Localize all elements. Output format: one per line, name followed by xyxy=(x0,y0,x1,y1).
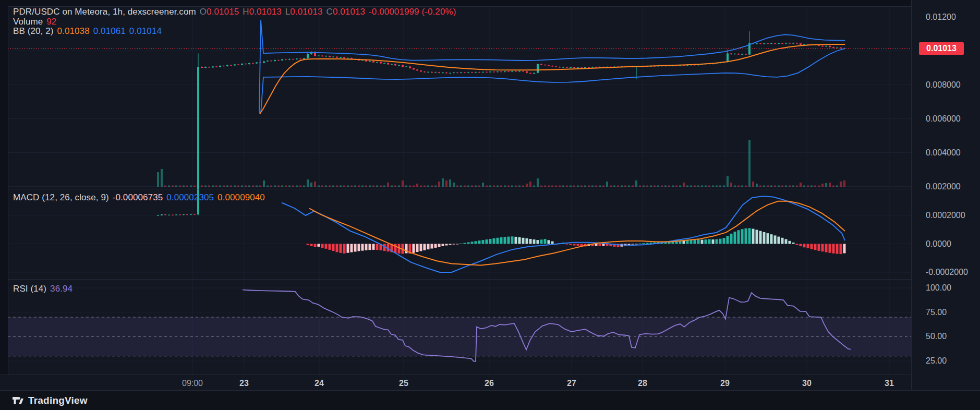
legend-value: RSI (14) xyxy=(13,284,46,294)
time-axis[interactable]: 09:00232425262728293031 xyxy=(0,375,911,391)
legend-value: -0.00006735 xyxy=(113,192,163,202)
legend-value: 0.01038 xyxy=(57,26,90,36)
legend-value: MACD (12, 26, close, 9) xyxy=(13,192,109,202)
time-tick-label: 30 xyxy=(802,379,812,388)
rsi-legend[interactable]: RSI (14)36.94 xyxy=(13,284,76,294)
bollinger-legend[interactable]: BB (20, 2)0.010380.010610.01014 xyxy=(13,26,165,37)
axis-tick-label: 0.0002000 xyxy=(926,211,965,220)
legend-value: 0.01013 xyxy=(333,7,365,17)
time-tick-label: 28 xyxy=(638,379,647,388)
legend-value: 0.01061 xyxy=(93,26,126,36)
time-tick-label: 24 xyxy=(314,379,324,388)
axis-tick-label: 50.00 xyxy=(926,332,947,341)
time-tick-label: 23 xyxy=(239,379,249,388)
time-tick-label: 26 xyxy=(485,379,494,388)
legend-value: C xyxy=(326,7,333,17)
legend-value: BB (20, 2) xyxy=(13,26,54,36)
legend-value: 36.94 xyxy=(50,284,72,294)
axis-tick-label: 0.0000 xyxy=(926,239,951,249)
legend-value: O xyxy=(200,7,207,17)
legend-value: 0.00002305 xyxy=(166,192,214,202)
macd-legend[interactable]: MACD (12, 26, close, 9)-0.000067350.0000… xyxy=(13,192,269,203)
time-tick-label: 31 xyxy=(885,379,894,388)
axis-tick-label: 25.00 xyxy=(926,356,947,366)
volume-legend[interactable]: Volume92 xyxy=(13,17,60,27)
legend-value: Volume xyxy=(13,17,43,27)
legend-value: 0.01015 xyxy=(207,7,239,17)
legend-value: 0.01013 xyxy=(249,7,282,17)
axis-tick-label: 100.00 xyxy=(926,283,951,293)
axis-tick-label: -0.0002000 xyxy=(926,268,968,277)
time-tick-label: 27 xyxy=(567,379,576,388)
tradingview-logo-text: TradingView xyxy=(28,395,88,406)
legend-value: 0.01013 xyxy=(290,7,322,17)
top-margin xyxy=(0,0,911,6)
tradingview-logo-icon xyxy=(11,394,24,407)
axis-tick-label: 75.00 xyxy=(926,308,947,317)
trading-chart-app: PDR/USDC on Meteora, 1h, dexscreener.com… xyxy=(0,0,980,410)
time-tick-label: 09:00 xyxy=(182,379,203,388)
axis-tick-label: 0.004000 xyxy=(926,148,961,158)
chart-canvas[interactable] xyxy=(0,0,980,410)
price-axis[interactable]: 0.012000.0080000.0060000.0040000.0020000… xyxy=(911,0,980,390)
axis-tick-label: 0.008000 xyxy=(926,80,961,90)
bottom-toolbar: TradingView xyxy=(0,390,980,410)
legend-value: PDR/USDC on Meteora, 1h, dexscreener.com xyxy=(13,7,196,17)
legend-value: 0.00009040 xyxy=(217,192,265,202)
time-tick-label: 25 xyxy=(399,379,408,388)
legend-value: 92 xyxy=(46,17,56,27)
legend-value: 0.01014 xyxy=(129,26,162,36)
last-price-badge: 0.01013 xyxy=(919,42,964,55)
legend-value: -0.00001999 (-0.20%) xyxy=(369,7,456,17)
left-margin xyxy=(0,0,8,390)
legend-value: L xyxy=(285,7,291,17)
axis-tick-label: 0.002000 xyxy=(926,182,961,191)
axis-tick-label: 0.01200 xyxy=(926,13,956,22)
legend-value: H xyxy=(243,7,249,17)
time-tick-label: 29 xyxy=(720,379,730,388)
tradingview-logo[interactable]: TradingView xyxy=(11,394,88,407)
symbol-legend[interactable]: PDR/USDC on Meteora, 1h, dexscreener.com… xyxy=(13,7,459,17)
axis-tick-label: 0.006000 xyxy=(926,114,961,124)
